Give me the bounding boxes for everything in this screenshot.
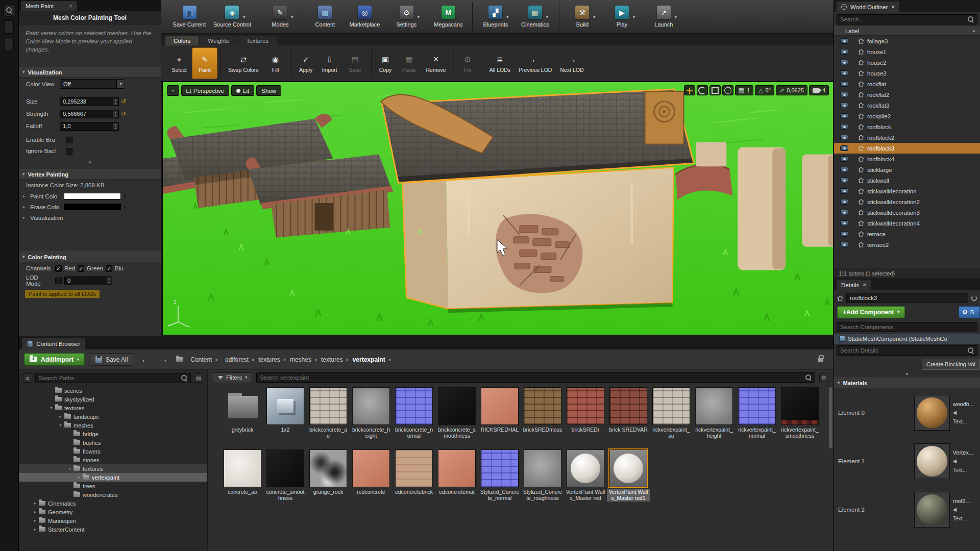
folder-tree-row[interactable]: Geometry xyxy=(19,508,207,516)
material-name[interactable]: woodb... xyxy=(953,401,980,407)
world-space-icon[interactable] xyxy=(722,85,733,95)
camera-speed-button[interactable]: 4 xyxy=(809,85,829,95)
folder-tree-row[interactable]: bushes xyxy=(19,438,207,447)
asset-tile[interactable]: VertexPaint Walls_Master red xyxy=(564,448,607,509)
toolbar-button[interactable]: Source Control xyxy=(210,2,254,32)
lod-index-input[interactable]: 0 xyxy=(64,277,112,285)
color-options-icon[interactable] xyxy=(124,194,127,198)
tree-expand-icon[interactable] xyxy=(32,519,38,523)
tree-expand-icon[interactable] xyxy=(58,415,63,419)
material-name[interactable]: roof2... xyxy=(953,498,980,504)
outliner-search-box[interactable] xyxy=(837,14,977,24)
filters-button[interactable]: Filters xyxy=(213,372,252,383)
grid-snap-button[interactable]: 1 xyxy=(735,85,753,95)
tree-expand-icon[interactable] xyxy=(32,528,38,532)
visibility-eye-icon[interactable] xyxy=(840,210,848,215)
search-assets-input[interactable] xyxy=(260,374,802,381)
asset-tile[interactable]: redconcrete xyxy=(350,448,393,509)
browse-back-icon[interactable] xyxy=(953,459,980,464)
asset-tile[interactable]: Stylized_Concrete_roughness xyxy=(521,448,564,509)
asset-tile[interactable]: brickconcrete_height xyxy=(350,386,393,446)
outliner-row[interactable]: stickwalldecoration3 xyxy=(834,207,980,218)
breadcrumb-item[interactable]: Content xyxy=(190,356,212,363)
folder-tree-row[interactable]: woodencrates xyxy=(19,490,207,499)
asset-tile[interactable]: rickvertexpaint_height xyxy=(693,386,736,446)
paint-color-swatch[interactable] xyxy=(64,193,121,199)
search-paths-input[interactable] xyxy=(39,375,178,381)
spinner[interactable] xyxy=(107,278,111,284)
visibility-eye-icon[interactable] xyxy=(840,156,848,162)
tab-details[interactable]: Details xyxy=(837,280,871,290)
tab-mesh-paint[interactable]: Mesh Paint xyxy=(21,1,77,11)
visibility-eye-icon[interactable] xyxy=(840,188,848,194)
outliner-row[interactable]: roofblock4 xyxy=(834,154,980,164)
outliner-column-header[interactable]: Label xyxy=(834,27,980,36)
asset-tile[interactable]: brickconcrete_smoothness xyxy=(435,386,478,446)
folder-tree-row[interactable]: vertexpaint xyxy=(19,473,207,482)
ribbon-button[interactable]: Previous LOD xyxy=(514,47,556,79)
asset-tile[interactable]: rickvertexpaint_smoothness xyxy=(778,386,821,446)
ribbon-button[interactable]: Save xyxy=(342,47,368,79)
tree-expand-icon[interactable] xyxy=(67,467,72,471)
dropdown-arrow-icon[interactable] xyxy=(633,15,635,19)
outliner-row[interactable]: foliage3 xyxy=(834,36,980,46)
asset-tile[interactable]: grunge_rock xyxy=(307,448,350,509)
visibility-eye-icon[interactable] xyxy=(840,242,848,247)
refresh-icon[interactable] xyxy=(971,295,977,301)
ribbon-tab[interactable]: Weights xyxy=(200,36,237,45)
outliner-row[interactable]: stickwalldecoration xyxy=(834,186,980,196)
viewport-lit-button[interactable]: Lit xyxy=(231,85,254,96)
falloff-input[interactable]: 1,0 xyxy=(60,122,119,131)
asset-tile[interactable]: brickSREDmoss xyxy=(521,386,564,446)
viewport-options-button[interactable] xyxy=(167,85,179,96)
outliner-row[interactable]: stickwalldecoration2 xyxy=(834,196,980,207)
visibility-eye-icon[interactable] xyxy=(840,124,848,130)
channel-blue-checkbox[interactable] xyxy=(106,265,112,272)
folder-tree-row[interactable]: flowers xyxy=(19,447,207,456)
toolbar-button[interactable]: Megascans xyxy=(427,2,469,32)
viewport-scene[interactable]: z xyxy=(163,82,833,335)
search-details-input[interactable] xyxy=(840,347,965,354)
ribbon-button[interactable]: Fix xyxy=(453,47,479,79)
ribbon-button[interactable]: All LODs xyxy=(482,47,514,79)
visibility-eye-icon[interactable] xyxy=(840,199,848,205)
outliner-row[interactable]: roofblock xyxy=(834,121,980,132)
back-button[interactable]: ← xyxy=(138,355,152,365)
close-icon[interactable] xyxy=(891,4,895,10)
asset-tile[interactable]: concrete_ao xyxy=(221,448,264,509)
section-visualization[interactable]: Visualization xyxy=(19,67,161,78)
view-options-icon[interactable]: ⚙ xyxy=(819,373,828,382)
toolbar-button[interactable]: Cinematics xyxy=(514,2,556,32)
dropdown-arrow-icon[interactable] xyxy=(418,15,420,19)
dropdown-arrow-icon[interactable] xyxy=(291,15,293,19)
rotate-tool-icon[interactable] xyxy=(697,85,708,95)
material-thumbnail[interactable] xyxy=(914,443,950,479)
tab-content-browser[interactable]: Content Browser xyxy=(22,338,85,349)
spinner[interactable] xyxy=(113,98,118,105)
dropdown-arrow-icon[interactable] xyxy=(675,15,677,19)
dropdown-arrow-icon[interactable] xyxy=(506,15,508,19)
folder-tree-row[interactable]: StarterContent xyxy=(19,525,207,534)
viewport-show-button[interactable]: Show xyxy=(256,85,281,96)
visibility-eye-icon[interactable] xyxy=(840,103,848,108)
breadcrumb-item[interactable]: _odiforest xyxy=(222,356,249,363)
section-color-painting[interactable]: Color Painting xyxy=(19,252,161,262)
visibility-eye-icon[interactable] xyxy=(840,231,848,237)
color-view-dropdown[interactable]: Off xyxy=(60,79,125,89)
section-vertex-painting[interactable]: Vertex Painting xyxy=(19,169,161,180)
folder-tree-row[interactable]: scenes xyxy=(19,386,207,395)
tree-expand-icon[interactable] xyxy=(48,406,54,410)
visibility-eye-icon[interactable] xyxy=(840,81,848,87)
tree-expand-icon[interactable] xyxy=(58,423,63,428)
dropdown-arrow-icon[interactable] xyxy=(243,15,245,19)
expand-icon[interactable] xyxy=(23,216,27,220)
section-materials[interactable]: Materials xyxy=(834,378,980,388)
spinner[interactable] xyxy=(113,111,118,117)
expand-icon[interactable] xyxy=(23,205,27,209)
asset-tile[interactable]: edconcretebrick xyxy=(393,448,435,509)
asset-tile[interactable]: Stylized_Concrete_normal xyxy=(478,448,521,509)
ribbon-tab[interactable]: Textures xyxy=(238,36,277,45)
ribbon-button[interactable]: Next LOD xyxy=(556,47,587,79)
collapsed-panel-tab[interactable] xyxy=(5,38,14,51)
asset-tile[interactable]: rickvertexpaint_normal xyxy=(736,386,778,446)
